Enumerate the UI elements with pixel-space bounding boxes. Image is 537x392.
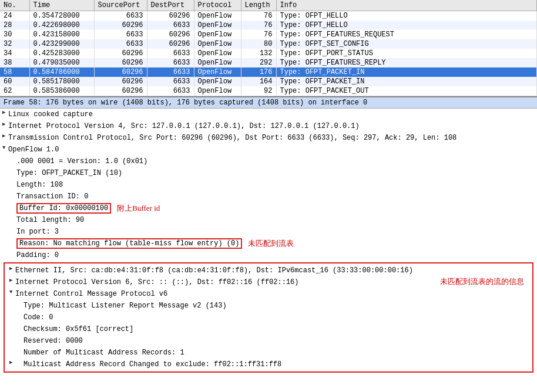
col-header-protocol: Protocol xyxy=(194,0,241,11)
cell-info: Type: OFPT_FEATURES_REQUEST xyxy=(276,30,537,39)
cell-len: 76 xyxy=(241,11,276,21)
cell-proto: OpenFlow xyxy=(194,58,241,67)
cell-dst: 60296 xyxy=(147,11,194,21)
cell-proto: OpenFlow xyxy=(194,77,241,86)
detail-panel: Frame 58: 176 bytes on wire (1408 bits),… xyxy=(0,96,537,373)
tree-openflow[interactable]: OpenFlow 1.0 xyxy=(0,144,537,156)
cell-dst: 6633 xyxy=(147,58,194,67)
cell-info: Type: OFPT_PACKET_IN xyxy=(276,77,537,86)
col-header-time: Time xyxy=(29,0,94,11)
nested-annotation: 未匹配到流表的流的信息 xyxy=(440,277,524,286)
cell-dst: 6633 xyxy=(147,67,194,77)
col-header-info: Info xyxy=(276,0,537,11)
cell-len: 292 xyxy=(241,58,276,67)
cell-dst: 60296 xyxy=(147,30,194,39)
of-inport: In port: 3 xyxy=(0,226,537,238)
of-reason: Reason: No matching flow (table-miss flo… xyxy=(16,238,242,249)
of-padding: Padding: 0 xyxy=(0,249,537,261)
col-header-length: Length xyxy=(241,0,276,11)
cell-proto: OpenFlow xyxy=(194,21,241,30)
reason-annotation: 未匹配到流表 xyxy=(248,238,294,249)
cell-num: 30 xyxy=(0,30,29,39)
cell-info: Type: OFPT_HELLO xyxy=(276,11,537,21)
cell-proto: OpenFlow xyxy=(194,86,241,96)
nested-icmpv6[interactable]: Internet Control Message Protocol v6 xyxy=(7,288,428,300)
col-header-srcport: SourcePort xyxy=(94,0,147,11)
nested-eth[interactable]: Ethernet II, Src: ca:db:e4:31:0f:f8 (ca:… xyxy=(7,265,428,276)
cell-time: 0.423158000 xyxy=(29,30,94,39)
cell-src: 60296 xyxy=(94,21,147,30)
table-row[interactable]: 340.425283000602966633OpenFlow132Type: O… xyxy=(0,49,537,58)
cell-time: 0.479035000 xyxy=(29,58,94,67)
cell-len: 92 xyxy=(241,86,276,96)
cell-time: 0.584786000 xyxy=(29,67,94,77)
cell-src: 6633 xyxy=(94,30,147,39)
cell-info: Type: OFPT_PORT_STATUS xyxy=(276,49,537,58)
cell-num: 58 xyxy=(0,67,29,77)
cell-info: Type: OFPT_HELLO xyxy=(276,21,537,30)
cell-len: 176 xyxy=(241,67,276,77)
frame-header: Frame 58: 176 bytes on wire (1408 bits),… xyxy=(0,97,537,109)
cell-num: 28 xyxy=(0,21,29,30)
tree-linux-cooked[interactable]: Linux cooked capture xyxy=(0,109,537,120)
cell-len: 132 xyxy=(241,49,276,58)
table-row[interactable]: 620.585386000602966633OpenFlow92Type: OF… xyxy=(0,86,537,96)
cell-time: 0.422698000 xyxy=(29,21,94,30)
cell-src: 6633 xyxy=(94,11,147,21)
cell-src: 6633 xyxy=(94,39,147,49)
cell-len: 164 xyxy=(241,77,276,86)
cell-dst: 6633 xyxy=(147,86,194,96)
cell-dst: 6633 xyxy=(147,21,194,30)
tree-tcp[interactable]: Transmission Control Protocol, Src Port:… xyxy=(0,132,537,144)
tree-ipv4[interactable]: Internet Protocol Version 4, Src: 127.0.… xyxy=(0,120,537,132)
table-row[interactable]: 300.423158000663360296OpenFlow76Type: OF… xyxy=(0,30,537,39)
col-header-no: No. xyxy=(0,0,29,11)
of-txid: Transaction ID: 0 xyxy=(0,191,537,202)
cell-proto: OpenFlow xyxy=(194,30,241,39)
col-header-dstport: DestPort xyxy=(147,0,194,11)
cell-info: Type: OFPT_SET_CONFIG xyxy=(276,39,537,49)
cell-num: 34 xyxy=(0,49,29,58)
cell-time: 0.585386000 xyxy=(29,86,94,96)
cell-num: 60 xyxy=(0,77,29,86)
cell-time: 0.423299000 xyxy=(29,39,94,49)
cell-time: 0.425283000 xyxy=(29,49,94,58)
cell-time: 0.354728000 xyxy=(29,11,94,21)
icmpv6-mcast-record[interactable]: Multicast Address Record Changed to excl… xyxy=(7,359,428,370)
table-row[interactable]: 240.354728000663360296OpenFlow76Type: OF… xyxy=(0,11,537,21)
cell-proto: OpenFlow xyxy=(194,39,241,49)
nested-ipv6[interactable]: Internet Protocol Version 6, Src: :: (::… xyxy=(7,276,428,288)
cell-dst: 6633 xyxy=(147,49,194,58)
table-row[interactable]: 380.479035000602966633OpenFlow292Type: O… xyxy=(0,58,537,67)
of-type: Type: OFPT_PACKET_IN (10) xyxy=(0,167,537,179)
cell-src: 60296 xyxy=(94,67,147,77)
cell-info: Type: OFPT_FEATURES_REPLY xyxy=(276,58,537,67)
icmpv6-numrecords: Number of Multicast Address Records: 1 xyxy=(7,347,428,359)
cell-src: 60296 xyxy=(94,49,147,58)
icmpv6-reserved: Reserved: 0000 xyxy=(7,335,428,347)
cell-proto: OpenFlow xyxy=(194,49,241,58)
of-version: .000 0001 = Version: 1.0 (0x01) xyxy=(0,156,537,167)
cell-src: 60296 xyxy=(94,58,147,67)
cell-src: 60296 xyxy=(94,77,147,86)
of-bufferid-row: Buffer Id: 0x00000100 附上Buffer id xyxy=(0,202,537,214)
cell-dst: 60296 xyxy=(147,39,194,49)
bufferid-annotation: 附上Buffer id xyxy=(117,203,160,214)
icmpv6-code: Code: 0 xyxy=(7,312,428,323)
table-row[interactable]: 600.585178000602966633OpenFlow164Type: O… xyxy=(0,77,537,86)
cell-len: 80 xyxy=(241,39,276,49)
of-totallen: Total length: 90 xyxy=(0,214,537,226)
icmpv6-checksum: Checksum: 0x5f61 [correct] xyxy=(7,323,428,335)
table-header-row: No. Time SourcePort DestPort Protocol Le… xyxy=(0,0,537,11)
nested-packet-section: Ethernet II, Src: ca:db:e4:31:0f:f8 (ca:… xyxy=(4,262,533,373)
packet-table: No. Time SourcePort DestPort Protocol Le… xyxy=(0,0,537,96)
cell-proto: OpenFlow xyxy=(194,11,241,21)
cell-src: 60296 xyxy=(94,86,147,96)
icmpv6-type: Type: Multicast Listener Report Message … xyxy=(7,300,428,312)
of-reason-row: Reason: No matching flow (table-miss flo… xyxy=(0,238,537,249)
table-row[interactable]: 280.422698000602966633OpenFlow76Type: OF… xyxy=(0,21,537,30)
cell-len: 76 xyxy=(241,21,276,30)
table-row[interactable]: 320.423299000663360296OpenFlow80Type: OF… xyxy=(0,39,537,49)
cell-dst: 6633 xyxy=(147,77,194,86)
table-row[interactable]: 580.584786000602966633OpenFlow176Type: O… xyxy=(0,67,537,77)
